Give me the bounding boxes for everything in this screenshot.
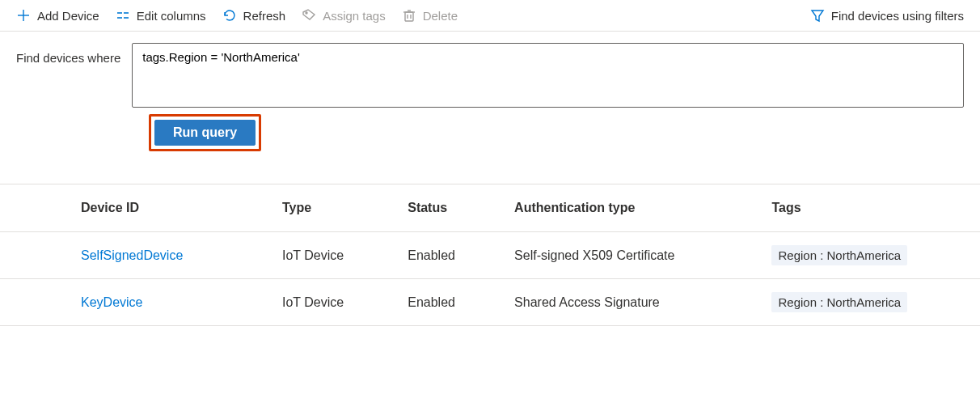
columns-icon: [116, 8, 130, 23]
run-query-row: Run query: [133, 114, 980, 176]
device-auth-cell: Self-signed X509 Certificate: [498, 232, 755, 279]
header-auth-type[interactable]: Authentication type: [498, 184, 755, 232]
table-row: KeyDevice IoT Device Enabled Shared Acce…: [0, 279, 980, 326]
device-type-cell: IoT Device: [266, 232, 391, 279]
filter-icon: [810, 8, 825, 23]
svg-point-6: [306, 12, 307, 14]
table-header-row: Device ID Type Status Authentication typ…: [0, 184, 980, 232]
trash-icon: [402, 8, 416, 23]
assign-tags-button: Assign tags: [302, 8, 386, 23]
delete-button: Delete: [402, 8, 458, 23]
run-query-highlight: Run query: [149, 114, 261, 151]
edit-columns-button[interactable]: Edit columns: [116, 8, 206, 23]
device-status-cell: Enabled: [391, 232, 498, 279]
find-devices-filters-label: Find devices using filters: [831, 9, 964, 23]
device-id-link[interactable]: KeyDevice: [81, 295, 142, 309]
svg-marker-12: [812, 11, 823, 21]
header-status[interactable]: Status: [391, 184, 498, 232]
plus-icon: [16, 8, 31, 23]
find-devices-filters-button[interactable]: Find devices using filters: [810, 8, 964, 23]
tag-chip: Region : NorthAmerica: [771, 245, 907, 265]
add-device-button[interactable]: Add Device: [16, 8, 99, 23]
device-status-cell: Enabled: [391, 279, 498, 326]
edit-columns-label: Edit columns: [137, 9, 206, 23]
query-input[interactable]: [132, 43, 964, 108]
tag-icon: [302, 8, 316, 23]
header-tags[interactable]: Tags: [755, 184, 980, 232]
header-device-id[interactable]: Device ID: [0, 184, 266, 232]
device-type-cell: IoT Device: [266, 279, 391, 326]
devices-table: Device ID Type Status Authentication typ…: [0, 184, 980, 326]
table-row: SelfSignedDevice IoT Device Enabled Self…: [0, 232, 980, 279]
refresh-label: Refresh: [243, 9, 286, 23]
query-row: Find devices where: [0, 32, 980, 114]
tag-chip: Region : NorthAmerica: [771, 292, 907, 312]
run-query-button[interactable]: Run query: [154, 120, 256, 146]
header-type[interactable]: Type: [266, 184, 391, 232]
add-device-label: Add Device: [37, 9, 99, 23]
refresh-icon: [222, 8, 237, 23]
refresh-button[interactable]: Refresh: [222, 8, 286, 23]
assign-tags-label: Assign tags: [323, 9, 386, 23]
device-id-link[interactable]: SelfSignedDevice: [81, 248, 183, 262]
toolbar: Add Device Edit columns Refresh Assign t…: [0, 0, 980, 32]
delete-label: Delete: [423, 9, 458, 23]
query-label: Find devices where: [16, 43, 120, 65]
device-auth-cell: Shared Access Signature: [498, 279, 755, 326]
svg-rect-7: [405, 12, 413, 21]
